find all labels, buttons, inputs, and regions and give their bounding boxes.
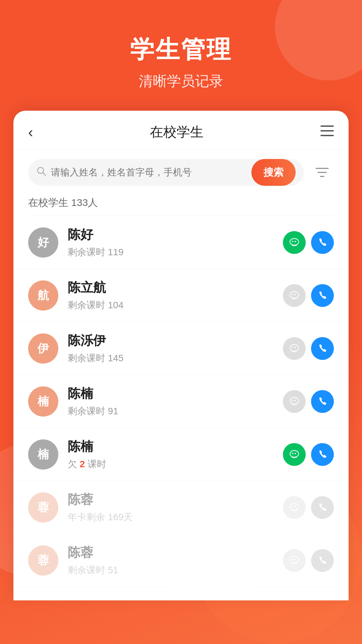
wechat-button[interactable] bbox=[283, 549, 306, 572]
svg-point-14 bbox=[290, 344, 299, 351]
student-sub: 剩余课时 119 bbox=[68, 246, 274, 259]
svg-point-23 bbox=[290, 503, 299, 510]
avatar: 蓉 bbox=[28, 545, 58, 576]
nav-title: 在校学生 bbox=[150, 123, 203, 141]
student-info: 陈好剩余课时 119 bbox=[68, 226, 274, 259]
svg-rect-0 bbox=[320, 125, 334, 127]
student-info: 陈楠剩余课时 91 bbox=[68, 385, 274, 418]
student-sub: 剩余课时 51 bbox=[68, 564, 274, 577]
menu-button[interactable] bbox=[320, 125, 334, 139]
student-item[interactable]: 蓉陈蓉剩余课时 51 bbox=[13, 534, 349, 587]
phone-button[interactable] bbox=[311, 496, 334, 519]
student-info: 陈立航剩余课时 104 bbox=[68, 279, 274, 312]
student-info: 陈楠欠 2 课时 bbox=[68, 438, 274, 471]
filter-button[interactable] bbox=[310, 161, 334, 184]
student-sub: 剩余课时 104 bbox=[68, 299, 274, 312]
phone-button[interactable] bbox=[311, 284, 334, 307]
student-item[interactable]: 航陈立航剩余课时 104 bbox=[13, 269, 349, 322]
svg-point-22 bbox=[295, 453, 296, 454]
svg-point-18 bbox=[292, 400, 293, 401]
avatar: 蓉 bbox=[28, 492, 58, 523]
svg-point-20 bbox=[290, 450, 299, 457]
student-name: 陈蓉 bbox=[68, 491, 274, 508]
svg-point-9 bbox=[292, 241, 293, 242]
wechat-button[interactable] bbox=[283, 443, 306, 466]
student-actions bbox=[283, 337, 334, 360]
student-name: 陈楠 bbox=[68, 385, 274, 402]
search-button[interactable]: 搜索 bbox=[251, 159, 296, 186]
student-info: 陈蓉年卡剩余 169天 bbox=[68, 491, 274, 524]
student-item[interactable]: 伊陈泺伊剩余课时 145 bbox=[13, 322, 349, 375]
phone-button[interactable] bbox=[311, 390, 334, 413]
svg-point-26 bbox=[290, 556, 299, 563]
main-card: ‹ 在校学生 搜索 bbox=[13, 111, 349, 600]
wechat-button[interactable] bbox=[283, 390, 306, 413]
avatar: 楠 bbox=[28, 386, 58, 417]
avatar: 航 bbox=[28, 280, 58, 311]
svg-point-10 bbox=[295, 241, 296, 242]
student-actions bbox=[283, 443, 334, 466]
page-header: 学生管理 清晰学员记录 bbox=[0, 0, 362, 111]
student-list: 好陈好剩余课时 119 航陈立航剩余课时 104 伊陈泺伊剩余课时 145 楠陈… bbox=[13, 216, 349, 587]
student-actions bbox=[283, 549, 334, 572]
back-button[interactable]: ‹ bbox=[28, 125, 33, 140]
student-name: 陈立航 bbox=[68, 279, 274, 296]
card-nav: ‹ 在校学生 bbox=[13, 111, 349, 150]
svg-point-24 bbox=[292, 506, 293, 507]
student-name: 陈蓉 bbox=[68, 544, 274, 561]
svg-point-27 bbox=[292, 559, 293, 560]
search-bar: 搜索 bbox=[13, 150, 349, 193]
student-name: 陈好 bbox=[68, 226, 274, 243]
phone-button[interactable] bbox=[311, 549, 334, 572]
svg-point-17 bbox=[290, 397, 299, 404]
search-icon bbox=[36, 166, 46, 179]
student-name: 陈泺伊 bbox=[68, 332, 274, 349]
student-item[interactable]: 好陈好剩余课时 119 bbox=[13, 216, 349, 269]
student-info: 陈泺伊剩余课时 145 bbox=[68, 332, 274, 365]
wechat-button[interactable] bbox=[283, 231, 306, 254]
student-item[interactable]: 楠陈楠欠 2 课时 bbox=[13, 428, 349, 481]
student-item[interactable]: 蓉陈蓉年卡剩余 169天 bbox=[13, 481, 349, 534]
svg-point-25 bbox=[295, 506, 296, 507]
student-sub: 欠 2 课时 bbox=[68, 458, 274, 471]
student-count: 在校学生 133人 bbox=[13, 193, 349, 216]
page-subtitle: 清晰学员记录 bbox=[0, 72, 362, 91]
phone-button[interactable] bbox=[311, 231, 334, 254]
avatar: 伊 bbox=[28, 333, 58, 364]
avatar: 楠 bbox=[28, 439, 58, 470]
svg-point-8 bbox=[290, 238, 299, 245]
student-item[interactable]: 楠陈楠剩余课时 91 bbox=[13, 375, 349, 428]
page-title: 学生管理 bbox=[0, 34, 362, 66]
svg-point-13 bbox=[295, 294, 296, 295]
svg-point-19 bbox=[295, 400, 296, 401]
search-input-wrap: 搜索 bbox=[28, 159, 304, 186]
svg-rect-1 bbox=[320, 130, 334, 131]
svg-rect-2 bbox=[320, 135, 334, 136]
svg-point-28 bbox=[295, 559, 296, 560]
wechat-button[interactable] bbox=[283, 496, 306, 519]
svg-line-4 bbox=[43, 173, 46, 175]
svg-point-21 bbox=[292, 453, 293, 454]
wechat-button[interactable] bbox=[283, 337, 306, 360]
svg-point-12 bbox=[292, 294, 293, 295]
search-input[interactable] bbox=[51, 167, 247, 178]
svg-point-11 bbox=[290, 291, 299, 298]
wechat-button[interactable] bbox=[283, 284, 306, 307]
student-sub: 剩余课时 91 bbox=[68, 405, 274, 418]
student-actions bbox=[283, 496, 334, 519]
student-sub: 年卡剩余 169天 bbox=[68, 511, 274, 524]
phone-button[interactable] bbox=[311, 337, 334, 360]
student-name: 陈楠 bbox=[68, 438, 274, 455]
student-actions bbox=[283, 284, 334, 307]
avatar: 好 bbox=[28, 227, 58, 258]
svg-point-16 bbox=[295, 347, 296, 348]
student-actions bbox=[283, 390, 334, 413]
phone-button[interactable] bbox=[311, 443, 334, 466]
student-sub: 剩余课时 145 bbox=[68, 352, 274, 365]
svg-point-15 bbox=[292, 347, 293, 348]
student-info: 陈蓉剩余课时 51 bbox=[68, 544, 274, 577]
student-actions bbox=[283, 231, 334, 254]
